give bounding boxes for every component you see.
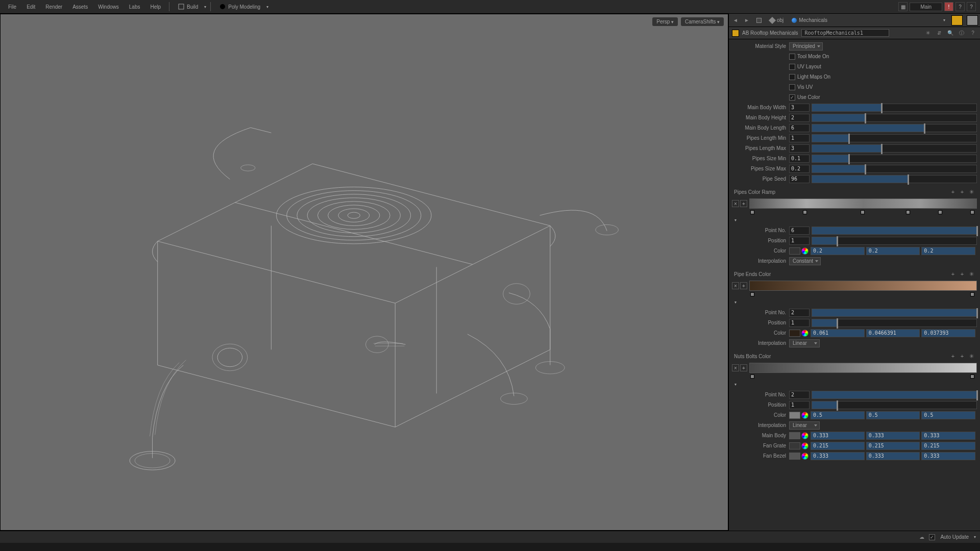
color-r-input[interactable]: 0.333 [811, 452, 865, 460]
ramp-reset-icon[interactable]: ✳ [968, 188, 975, 195]
ramp-remove-icon[interactable]: + [959, 188, 966, 195]
shelf-build-caret[interactable]: ▾ [204, 5, 206, 9]
color-swatch[interactable] [789, 442, 800, 449]
viewport-camera-selector[interactable]: Persp ▾ [652, 17, 678, 26]
point-no-input[interactable] [789, 391, 810, 399]
position-slider[interactable] [812, 319, 977, 327]
color-picker-icon[interactable] [801, 442, 808, 449]
color-r-input[interactable]: 0.333 [811, 432, 865, 440]
pipe-seed-slider[interactable] [812, 175, 977, 183]
color-swatch[interactable] [789, 330, 800, 337]
color-swatch[interactable] [789, 247, 800, 255]
color-b-input[interactable]: 0.5 [921, 411, 975, 419]
ramp-point-marker[interactable] [906, 210, 910, 214]
menu-assets[interactable]: Assets [68, 2, 92, 12]
ramp-del-button[interactable]: × [732, 364, 739, 371]
color-picker-icon[interactable] [801, 412, 808, 419]
desktop-icon[interactable]: ▦ [898, 2, 908, 11]
main-body-length-slider[interactable] [812, 124, 977, 132]
ramp-add-icon[interactable]: + [949, 188, 957, 195]
ramp-point-marker[interactable] [938, 210, 942, 214]
material-style-dropdown[interactable]: Principled [789, 42, 823, 51]
ramp-remove-icon[interactable]: + [959, 270, 966, 278]
color-g-input[interactable]: 0.5 [866, 411, 920, 419]
viewport-preset-selector[interactable]: CameraShifts ▾ [681, 17, 724, 26]
point-no-slider[interactable] [812, 309, 977, 317]
color-picker-icon[interactable] [801, 247, 808, 255]
ramp-reset-icon[interactable]: ✳ [968, 270, 975, 278]
pipes-size-max-slider[interactable] [812, 165, 977, 173]
link-icon[interactable]: ⇵ [935, 29, 943, 37]
color-g-input[interactable]: 0.333 [866, 432, 920, 440]
ramp-point-marker[interactable] [970, 374, 974, 379]
help-icon[interactable]: ? [969, 29, 977, 37]
point-no-input[interactable] [789, 227, 810, 235]
pipe-ends-ramp-track[interactable] [749, 281, 977, 291]
color-b-input[interactable]: 0.037393 [921, 329, 975, 337]
pipes-len-min-input[interactable] [789, 134, 810, 142]
point-no-slider[interactable] [812, 227, 977, 235]
path-caret[interactable]: ▾ [943, 18, 945, 22]
ramp-add-button[interactable]: + [740, 200, 747, 207]
search-icon[interactable]: 🔍 [946, 29, 954, 37]
ramp-remove-icon[interactable]: + [959, 353, 966, 360]
interp-dropdown[interactable]: Linear [789, 339, 820, 347]
point-no-slider[interactable] [812, 391, 977, 399]
ramp-point-marker[interactable] [970, 292, 974, 296]
point-no-input[interactable] [789, 309, 810, 317]
ramp-point-marker[interactable] [861, 210, 865, 214]
nav-forward-icon[interactable]: ► [742, 16, 751, 25]
cloud-icon[interactable]: ☁ [918, 533, 926, 541]
inspector-toggle[interactable] [967, 15, 978, 26]
desktop-selector[interactable]: Main [910, 3, 942, 11]
pipes-len-max-input[interactable] [789, 144, 810, 153]
path-obj[interactable]: obj [767, 16, 787, 24]
node-name[interactable]: RooftopMechanicals1 [801, 29, 889, 37]
color-g-input[interactable]: 0.2 [866, 247, 920, 255]
viewport-canvas[interactable] [1, 35, 728, 510]
auto-update-checkbox[interactable] [929, 534, 935, 540]
disclosure-icon[interactable]: ▾ [732, 217, 739, 224]
color-swatch[interactable] [789, 432, 800, 439]
color-picker-icon[interactable] [801, 432, 808, 439]
ramp-add-button[interactable]: + [740, 364, 747, 371]
color-b-input[interactable]: 0.2 [921, 247, 975, 255]
ramp-point-marker[interactable] [750, 292, 754, 296]
menu-file[interactable]: File [4, 2, 20, 12]
color-r-input[interactable]: 0.5 [811, 411, 865, 419]
tool-mode-checkbox[interactable] [789, 54, 795, 60]
ramp-add-button[interactable]: + [740, 282, 747, 289]
nuts-bolts-ramp-track[interactable] [749, 363, 977, 373]
position-slider[interactable] [812, 237, 977, 245]
warn-icon[interactable]: ! [944, 2, 953, 11]
color-g-input[interactable]: 0.0466391 [866, 329, 920, 337]
color-swatch[interactable] [789, 412, 800, 419]
color-g-input[interactable]: 0.215 [866, 442, 920, 450]
menu-render[interactable]: Render [41, 2, 66, 12]
color-b-input[interactable]: 0.333 [921, 432, 975, 440]
vis-uv-checkbox[interactable] [789, 84, 795, 90]
color-g-input[interactable]: 0.333 [866, 452, 920, 460]
gear-icon[interactable]: ✳ [924, 29, 932, 37]
position-input[interactable] [789, 237, 810, 245]
interp-dropdown[interactable]: Constant [789, 257, 821, 265]
auto-update-caret[interactable]: ▾ [974, 535, 976, 539]
main-body-width-slider[interactable] [812, 104, 977, 112]
color-swatch[interactable] [789, 453, 800, 460]
ramp-add-icon[interactable]: + [949, 353, 957, 360]
color-picker-icon[interactable] [801, 453, 808, 460]
position-input[interactable] [789, 319, 810, 327]
menu-help[interactable]: Help [146, 2, 165, 12]
pipes-size-min-slider[interactable] [812, 155, 977, 163]
3d-viewport[interactable]: Persp ▾ CameraShifts ▾ [0, 14, 728, 531]
ramp-point-marker[interactable] [970, 210, 974, 214]
ramp-point-marker[interactable] [750, 210, 754, 214]
disclosure-icon[interactable]: ▾ [732, 299, 739, 306]
help-icon[interactable]: ? [967, 2, 976, 11]
uv-layout-checkbox[interactable] [789, 64, 795, 70]
ramp-add-icon[interactable]: + [949, 270, 957, 278]
color-b-input[interactable]: 0.333 [921, 452, 975, 460]
color-b-input[interactable]: 0.215 [921, 442, 975, 450]
ramp-reset-icon[interactable]: ✳ [968, 353, 975, 360]
menu-edit[interactable]: Edit [22, 2, 39, 12]
